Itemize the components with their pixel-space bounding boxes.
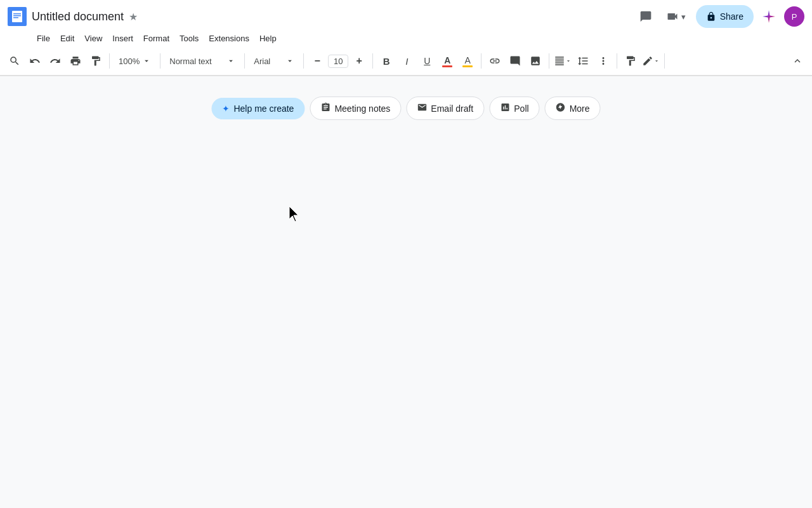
- text-style-dropdown[interactable]: Normal text: [164, 51, 240, 70]
- edit-mode-button[interactable]: [641, 51, 660, 70]
- menu-file[interactable]: File: [32, 31, 55, 46]
- divider-7: [549, 53, 549, 69]
- document-area[interactable]: ✦ Help me create Meeting notes Email dra…: [0, 76, 812, 476]
- increase-font-button[interactable]: +: [350, 51, 369, 70]
- more-options-button[interactable]: [594, 51, 613, 70]
- svg-rect-3: [13, 15, 21, 17]
- menu-edit[interactable]: Edit: [55, 31, 79, 46]
- mouse-cursor: [289, 206, 302, 224]
- poll-label: Poll: [514, 104, 528, 114]
- email-draft-button[interactable]: Email draft: [406, 97, 484, 120]
- divider-4: [303, 53, 304, 69]
- meet-label: ▾: [681, 12, 686, 22]
- meeting-notes-label: Meeting notes: [334, 104, 390, 114]
- divider-3: [244, 53, 245, 69]
- star-icon[interactable]: ★: [129, 11, 138, 23]
- menu-bar: File Edit View Insert Format Tools Exten…: [0, 29, 812, 47]
- gemini-button[interactable]: [759, 6, 779, 27]
- link-button[interactable]: [485, 51, 504, 70]
- svg-rect-4: [13, 17, 18, 18]
- meeting-notes-icon: [320, 102, 331, 114]
- highlight-button[interactable]: A: [458, 51, 477, 70]
- italic-button[interactable]: I: [397, 51, 416, 70]
- insert-comment-button[interactable]: [506, 51, 525, 70]
- more-chip-label: More: [570, 104, 590, 114]
- sparkle-icon: ✦: [222, 104, 230, 114]
- font-dropdown[interactable]: Arial: [249, 51, 299, 70]
- poll-button[interactable]: Poll: [489, 97, 539, 120]
- paint-format-button[interactable]: [86, 51, 105, 70]
- google-docs-icon: [8, 7, 27, 26]
- divider-2: [160, 53, 160, 69]
- menu-format[interactable]: Format: [138, 31, 174, 46]
- comments-button[interactable]: [636, 6, 656, 27]
- menu-extensions[interactable]: Extensions: [204, 31, 254, 46]
- help-me-create-label: Help me create: [233, 104, 294, 114]
- divider-6: [481, 53, 481, 69]
- more-chip-button[interactable]: More: [545, 97, 601, 120]
- text-color-indicator: A: [442, 55, 452, 67]
- underline-button[interactable]: U: [417, 51, 436, 70]
- collapse-toolbar-button[interactable]: [788, 51, 807, 70]
- svg-rect-2: [13, 13, 21, 15]
- undo-button[interactable]: [25, 51, 44, 70]
- user-avatar[interactable]: P: [784, 6, 804, 27]
- search-button[interactable]: [5, 51, 24, 70]
- highlight-indicator: A: [462, 55, 473, 67]
- divider-5: [372, 53, 373, 69]
- divider-9: [664, 53, 665, 69]
- zoom-dropdown[interactable]: 100%: [114, 51, 156, 70]
- help-me-create-button[interactable]: ✦ Help me create: [211, 98, 304, 119]
- meeting-notes-button[interactable]: Meeting notes: [310, 97, 401, 120]
- text-color-button[interactable]: A: [438, 51, 457, 70]
- email-draft-icon: [417, 102, 427, 114]
- menu-help[interactable]: Help: [254, 31, 282, 46]
- share-label: Share: [720, 11, 743, 22]
- decrease-font-button[interactable]: −: [308, 51, 327, 70]
- redo-button[interactable]: [46, 51, 65, 70]
- line-spacing-button[interactable]: [573, 51, 593, 70]
- suggestion-chips-container: ✦ Help me create Meeting notes Email dra…: [211, 97, 600, 120]
- menu-view[interactable]: View: [79, 31, 107, 46]
- share-button[interactable]: Share: [696, 5, 754, 28]
- svg-rect-1: [12, 11, 22, 22]
- divider-8: [617, 53, 617, 69]
- paint-theme-button[interactable]: [621, 51, 640, 70]
- toolbar: 100% Normal text Arial − + B: [0, 48, 812, 74]
- font-size-input[interactable]: [328, 55, 348, 68]
- email-draft-label: Email draft: [431, 104, 473, 114]
- align-button[interactable]: [553, 51, 572, 70]
- insert-image-button[interactable]: [526, 51, 545, 70]
- poll-icon: [500, 102, 510, 114]
- print-button[interactable]: [66, 51, 85, 70]
- meet-button[interactable]: ▾: [661, 6, 691, 27]
- document-title[interactable]: Untitled document: [32, 10, 124, 23]
- more-chip-icon: [556, 102, 566, 114]
- menu-insert[interactable]: Insert: [107, 31, 138, 46]
- bold-button[interactable]: B: [377, 51, 396, 70]
- divider-1: [109, 53, 110, 69]
- menu-tools[interactable]: Tools: [174, 31, 204, 46]
